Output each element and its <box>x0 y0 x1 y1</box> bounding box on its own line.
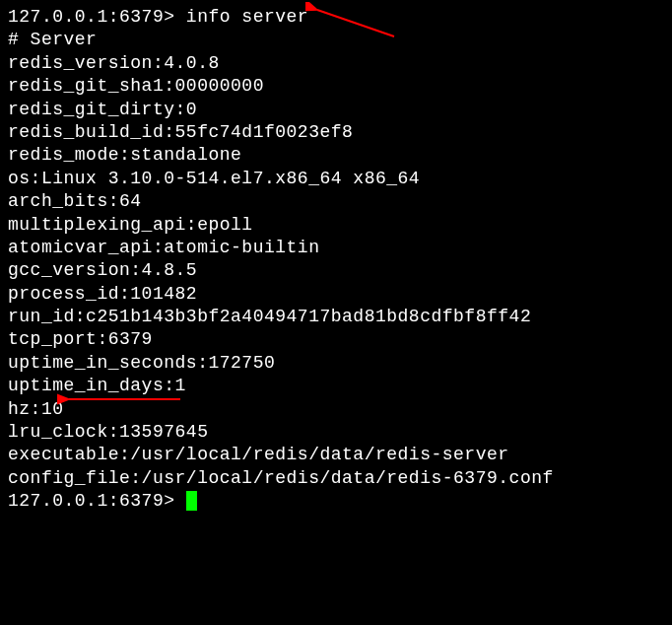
command-entered: info server <box>186 7 308 27</box>
output-line: arch_bits:64 <box>8 190 664 213</box>
prompt-prefix: 127.0.0.1:6379> <box>8 7 186 27</box>
output-line: uptime_in_days:1 <box>8 375 664 397</box>
output-line: redis_git_sha1:00000000 <box>8 75 664 98</box>
prompt-line-1: 127.0.0.1:6379> info server <box>8 6 664 29</box>
prompt-line-2[interactable]: 127.0.0.1:6379> <box>8 490 664 513</box>
output-line: gcc_version:4.8.5 <box>8 259 664 282</box>
output-line: run_id:c251b143b3bf2a40494717bad81bd8cdf… <box>8 306 664 328</box>
output-line: redis_version:4.0.8 <box>8 52 664 75</box>
output-line: redis_mode:standalone <box>8 144 664 167</box>
output-line: atomicvar_api:atomic-builtin <box>8 237 664 259</box>
output-line: os:Linux 3.10.0-514.el7.x86_64 x86_64 <box>8 168 664 190</box>
output-line: tcp_port:6379 <box>8 328 664 351</box>
output-line: uptime_in_seconds:172750 <box>8 352 664 375</box>
output-line: executable:/usr/local/redis/data/redis-s… <box>8 444 664 466</box>
cursor-icon <box>186 491 197 511</box>
output-line: redis_build_id:55fc74d1f0023ef8 <box>8 121 664 144</box>
output-line: hz:10 <box>8 398 664 421</box>
section-header: # Server <box>8 29 664 51</box>
output-line: redis_git_dirty:0 <box>8 99 664 121</box>
output-line: multiplexing_api:epoll <box>8 214 664 237</box>
output-line: lru_clock:13597645 <box>8 421 664 444</box>
prompt-prefix: 127.0.0.1:6379> <box>8 491 186 511</box>
output-line: process_id:101482 <box>8 283 664 306</box>
output-line: config_file:/usr/local/redis/data/redis-… <box>8 467 664 490</box>
